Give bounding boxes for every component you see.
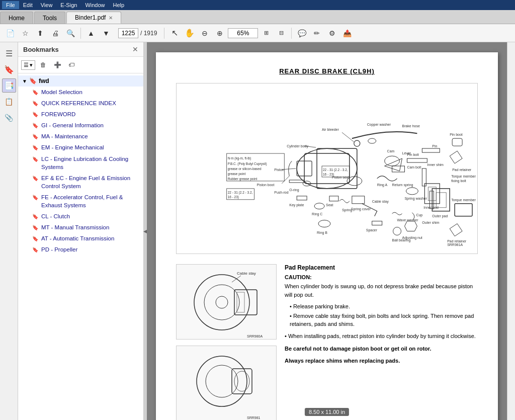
caution-label: CAUTION: <box>285 274 478 280</box>
svg-rect-28 <box>289 180 304 183</box>
search-button[interactable]: 🔍 <box>63 26 77 40</box>
menu-window[interactable]: Window <box>81 1 109 9</box>
svg-text:Ring A: Ring A <box>377 183 388 187</box>
svg-text:Outer pad: Outer pad <box>432 214 448 218</box>
svg-point-8 <box>354 140 360 146</box>
bookmark-panel-button[interactable]: 🔖 <box>2 62 16 76</box>
svg-text:grease or silicon-based: grease or silicon-based <box>228 167 262 171</box>
hand-tool[interactable]: ✋ <box>183 26 197 40</box>
panels-button[interactable]: ☰ <box>2 46 16 60</box>
tab-home[interactable]: Home <box>0 12 33 24</box>
bookmarks-button[interactable]: 📑 <box>2 78 16 93</box>
svg-point-47 <box>393 227 401 235</box>
pdf-viewer[interactable]: REAR DISC BRAKE (CL9H) Piston <box>147 42 507 420</box>
sidebar-item-pd[interactable]: 🔖 PD - Propeller <box>18 244 143 255</box>
sidebar-item-at[interactable]: 🔖 AT - Automatic Transmission <box>18 233 143 244</box>
svg-rect-89 <box>234 290 257 315</box>
svg-text:Ring C: Ring C <box>312 212 322 216</box>
bookmark-icon-5: 🔖 <box>32 144 38 151</box>
pages-button[interactable]: 📋 <box>2 95 16 109</box>
bookmark-label-9: CL - Clutch <box>41 212 70 220</box>
bullet-2: Remove cable stay fixing bolt, pin bolts… <box>290 312 478 328</box>
sidebar-item-em[interactable]: 🔖 EM - Engine Mechanical <box>18 142 143 153</box>
sidebar-item-gi[interactable]: 🔖 GI - General Information <box>18 120 143 131</box>
bookmark-root-fwd[interactable]: ▼ 🔖 fwd <box>18 75 143 87</box>
svg-text:grease point: grease point <box>228 172 246 176</box>
svg-rect-62 <box>452 138 462 146</box>
sidebar-item-ma[interactable]: 🔖 MA - Maintenance <box>18 131 143 142</box>
tools-button[interactable]: ⚙ <box>325 26 339 40</box>
share-button[interactable]: 📤 <box>340 26 354 40</box>
note-3: Always replace shims when replacing pads… <box>285 357 478 365</box>
bookmark-add-button[interactable]: ➕ <box>51 59 63 71</box>
bookmark-tag-button[interactable]: 🏷 <box>65 59 77 71</box>
fit-width-button[interactable]: ⊟ <box>274 26 288 40</box>
svg-rect-34 <box>329 196 338 201</box>
expand-icon: ▼ <box>22 78 27 84</box>
svg-point-88 <box>216 296 228 308</box>
divider2 <box>164 28 164 39</box>
bookmark-delete-button[interactable]: 🗑 <box>37 59 49 71</box>
tab-tools[interactable]: Tools <box>34 12 65 24</box>
bookmark-view-dropdown[interactable]: ☰ ▾ <box>21 60 35 70</box>
menu-file[interactable]: File <box>2 1 19 9</box>
svg-text:Air bleeder: Air bleeder <box>322 128 339 131</box>
back-button[interactable]: ⬆ <box>33 26 47 40</box>
svg-text:Key plate: Key plate <box>289 203 304 207</box>
sidebar-item-foreword[interactable]: 🔖 FOREWORD <box>18 109 143 120</box>
svg-text:Torque member: Torque member <box>451 175 476 179</box>
bookmark-icon-6: 🔖 <box>32 156 38 163</box>
svg-text:SRR980A: SRR980A <box>247 334 263 338</box>
sidebar-item-lc[interactable]: 🔖 LC - Engine Lubrication & Cooling Syst… <box>18 153 143 173</box>
sidebar-item-quick-reference[interactable]: 🔖 QUICK REFERENCE INDEX <box>18 98 143 109</box>
menu-edit[interactable]: Edit <box>19 1 37 9</box>
new-button[interactable]: 📄 <box>3 26 17 40</box>
svg-text:Spring cover: Spring cover <box>351 207 371 211</box>
bookmark-star-button[interactable]: ☆ <box>18 26 32 40</box>
print-button[interactable]: 🖨 <box>48 26 62 40</box>
menu-esign[interactable]: E-Sign <box>56 1 81 9</box>
tab-close-button[interactable]: ✕ <box>109 15 113 21</box>
note-1: • When installing pads, retract piston i… <box>285 332 478 341</box>
draw-button[interactable]: ✏ <box>310 26 324 40</box>
svg-point-86 <box>194 275 249 330</box>
sidebar-item-mt[interactable]: 🔖 MT - Manual Transmission <box>18 222 143 233</box>
menu-view[interactable]: View <box>37 1 57 9</box>
comment-button[interactable]: 💬 <box>295 26 309 40</box>
bookmark-label-1: QUICK REFERENCE INDEX <box>41 99 116 107</box>
svg-text:SRR981A: SRR981A <box>447 243 463 246</box>
right-scroll-panel <box>507 42 515 420</box>
svg-text:O-ring: O-ring <box>289 188 299 192</box>
svg-text:Rubber grease point: Rubber grease point <box>228 177 258 181</box>
zoom-in-button[interactable]: ⊕ <box>213 26 227 40</box>
zoom-out-button[interactable]: ⊖ <box>198 26 212 40</box>
fit-page-button[interactable]: ⊞ <box>259 26 273 40</box>
dropdown-arrow: ▾ <box>30 62 33 68</box>
prev-page-button[interactable]: ▲ <box>84 26 98 40</box>
svg-text:Spacer: Spacer <box>366 228 378 232</box>
sidebar-close-button[interactable]: ✕ <box>132 45 138 53</box>
menu-help[interactable]: Help <box>109 1 129 9</box>
svg-point-32 <box>314 203 324 209</box>
sidebar-item-fe[interactable]: 🔖 FE - Accelerator Control, Fuel & Exhau… <box>18 192 143 211</box>
svg-text:22 - 31 (2.2 - 3.2,: 22 - 31 (2.2 - 3.2, <box>228 191 253 195</box>
svg-text:Seat: Seat <box>326 203 333 207</box>
sidebar-item-ef-ec[interactable]: 🔖 EF & EC - Engine Fuel & Emission Contr… <box>18 173 143 192</box>
svg-text:Pin boot: Pin boot <box>450 133 463 136</box>
bookmark-label-12: PD - Propeller <box>41 245 77 254</box>
bookmark-label-11: AT - Automatic Transmission <box>41 234 114 242</box>
tab-document[interactable]: Binder1.pdf ✕ <box>66 12 121 24</box>
sidebar-item-cl[interactable]: 🔖 CL - Clutch <box>18 211 143 222</box>
zoom-input[interactable] <box>228 28 258 38</box>
page-number-input[interactable] <box>118 28 138 38</box>
lower-content: Cable stay SRR980A <box>176 264 478 420</box>
sidebar-item-model-selection[interactable]: 🔖 Model Selection <box>18 87 143 98</box>
svg-line-10 <box>342 132 354 142</box>
next-page-button[interactable]: ▼ <box>99 26 113 40</box>
left-icon-panel: ☰ 🔖 📑 📋 📎 <box>0 42 18 420</box>
svg-point-24 <box>385 156 400 166</box>
bookmark-icon-11: 🔖 <box>32 235 38 242</box>
attachments-button[interactable]: 📎 <box>2 111 16 125</box>
cursor-tool[interactable]: ↖ <box>167 26 182 40</box>
bookmark-icon-9: 🔖 <box>32 213 38 220</box>
